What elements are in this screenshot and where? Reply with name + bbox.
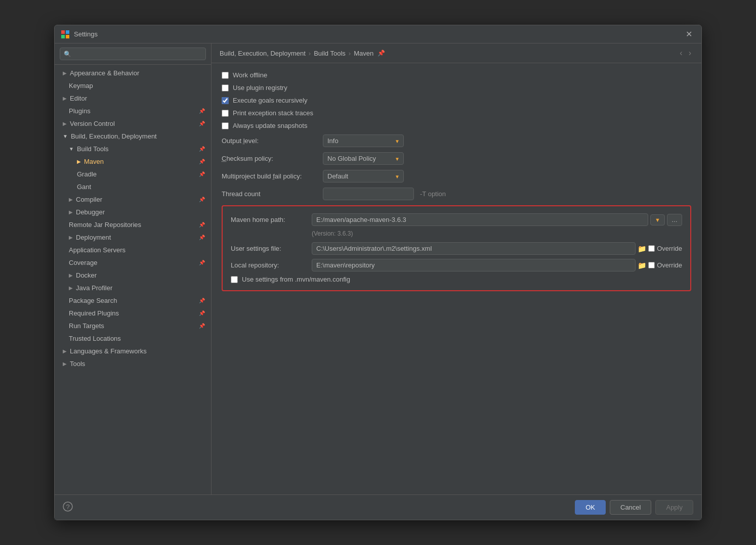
nav-back-button[interactable]: ‹	[678, 48, 684, 59]
multiproject-policy-label: Multiproject build fail policy:	[222, 172, 323, 180]
sidebar-item-remote-jar[interactable]: Remote Jar Repositories 📌	[55, 218, 211, 231]
footer: ? OK Cancel Apply	[55, 494, 701, 520]
arrow-icon: ▶	[63, 361, 67, 367]
use-plugin-registry-checkbox[interactable]	[222, 84, 229, 92]
sidebar-item-version-control[interactable]: ▶ Version Control 📌	[55, 117, 211, 130]
search-wrapper: 🔍	[60, 48, 206, 60]
output-level-row: Output level: Info Debug Warn Error ▼	[222, 134, 691, 147]
sidebar-item-required-plugins[interactable]: Required Plugins 📌	[55, 307, 211, 320]
sidebar-item-run-targets[interactable]: Run Targets 📌	[55, 320, 211, 332]
print-exception-checkbox[interactable]	[222, 110, 229, 117]
footer-buttons: OK Cancel Apply	[575, 500, 693, 515]
apply-button[interactable]: Apply	[655, 500, 693, 515]
sidebar-item-appearance[interactable]: ▶ Appearance & Behavior	[55, 67, 211, 79]
use-mvn-config-label: Use settings from .mvn/maven.config	[242, 276, 350, 283]
pin-icon: 📌	[199, 222, 205, 228]
user-settings-input[interactable]	[312, 242, 636, 255]
local-repo-override-checkbox[interactable]	[648, 262, 655, 268]
breadcrumb-item-1[interactable]: Build, Execution, Deployment	[220, 50, 306, 57]
sidebar-item-compiler[interactable]: ▶ Compiler 📌	[55, 193, 211, 206]
close-button[interactable]: ✕	[683, 28, 695, 40]
multiproject-policy-select[interactable]: Default Fail At End Fail Never	[323, 170, 404, 183]
breadcrumb-item-2[interactable]: Build Tools	[314, 50, 346, 57]
folder-icon: 📁	[638, 261, 646, 269]
arrow-icon: ▶	[63, 70, 67, 76]
local-repo-override-label: Override	[657, 261, 682, 269]
sidebar-item-docker[interactable]: ▶ Docker	[55, 269, 211, 282]
breadcrumb-pin-icon[interactable]: 📌	[377, 50, 385, 57]
arrow-icon: ▶	[69, 197, 73, 202]
cancel-button[interactable]: Cancel	[610, 500, 651, 515]
multiproject-policy-dropdown-container: Default Fail At End Fail Never ▼	[323, 170, 404, 183]
user-settings-override-wrapper: Override	[648, 245, 682, 252]
sidebar-item-gant[interactable]: Gant	[55, 180, 211, 193]
search-input[interactable]	[60, 48, 206, 60]
pin-icon: 📌	[199, 298, 205, 303]
arrow-icon: ▼	[69, 146, 74, 152]
thread-count-input[interactable]	[323, 188, 414, 200]
sidebar-item-app-servers[interactable]: Application Servers	[55, 244, 211, 256]
use-mvn-config-row: Use settings from .mvn/maven.config	[231, 276, 682, 283]
highlighted-section: Maven home path: ▼ … (Version: 3.6.3) Us…	[222, 205, 691, 291]
svg-rect-2	[61, 35, 65, 38]
arrow-icon: ▶	[77, 159, 81, 164]
always-update-label: Always update snapshots	[233, 122, 307, 129]
sidebar-item-trusted-locations[interactable]: Trusted Locations	[55, 332, 211, 345]
sidebar-item-label: Gant	[77, 183, 91, 191]
sidebar-item-coverage[interactable]: Coverage 📌	[55, 256, 211, 269]
sidebar-item-maven[interactable]: ▶ Maven 📌	[55, 155, 211, 168]
pin-icon: 📌	[199, 235, 205, 240]
breadcrumb-item-3[interactable]: Maven	[354, 50, 373, 57]
pin-icon: 📌	[199, 146, 205, 152]
output-level-label: Output level:	[222, 137, 323, 145]
sidebar-item-label: Deployment	[76, 234, 111, 241]
nav-forward-button[interactable]: ›	[687, 48, 693, 59]
execute-goals-checkbox[interactable]	[222, 97, 229, 104]
pin-icon: 📌	[199, 260, 205, 265]
local-repo-input[interactable]	[312, 259, 636, 271]
sidebar-item-plugins[interactable]: Plugins 📌	[55, 105, 211, 117]
thread-count-label: Thread count	[222, 190, 323, 198]
pin-icon: 📌	[199, 171, 205, 177]
sidebar-item-label: Gradle	[77, 170, 97, 178]
local-repo-input-wrapper: 📁 Override	[312, 259, 682, 271]
local-repo-row: Local repository: 📁 Override	[231, 259, 682, 271]
sidebar-item-java-profiler[interactable]: ▶ Java Profiler	[55, 282, 211, 294]
print-exception-row: Print exception stack traces	[222, 109, 691, 117]
sidebar-item-build-exec[interactable]: ▼ Build, Execution, Deployment	[55, 130, 211, 143]
help-button[interactable]: ?	[63, 502, 73, 514]
work-offline-checkbox[interactable]	[222, 72, 229, 79]
arrow-icon: ▶	[63, 121, 67, 126]
sidebar-item-package-search[interactable]: Package Search 📌	[55, 294, 211, 307]
arrow-icon: ▶	[69, 272, 73, 278]
sidebar-item-build-tools[interactable]: ▼ Build Tools 📌	[55, 143, 211, 155]
sidebar-item-label: Version Control	[70, 120, 115, 127]
sidebar-item-label: Debugger	[76, 208, 105, 216]
sidebar-item-label: Editor	[70, 95, 87, 102]
checksum-policy-dropdown-container: No Global Policy Fail Warn Ignore ▼	[323, 152, 404, 165]
execute-goals-row: Execute goals recursively	[222, 97, 691, 104]
ok-button[interactable]: OK	[575, 500, 606, 515]
checksum-policy-select[interactable]: No Global Policy Fail Warn Ignore	[323, 152, 404, 165]
sidebar-item-debugger[interactable]: ▶ Debugger	[55, 206, 211, 218]
sidebar-item-gradle[interactable]: Gradle 📌	[55, 168, 211, 180]
maven-home-input[interactable]	[312, 213, 648, 226]
use-mvn-config-checkbox[interactable]	[231, 276, 238, 283]
pin-icon: 📌	[199, 323, 205, 329]
maven-home-browse-button[interactable]: …	[667, 214, 682, 226]
sidebar-item-editor[interactable]: ▶ Editor	[55, 92, 211, 105]
sidebar-item-keymap[interactable]: Keymap	[55, 79, 211, 92]
checksum-policy-label: Checksum policy:	[222, 155, 323, 162]
arrow-icon: ▶	[63, 96, 67, 101]
sidebar-item-tools[interactable]: ▶ Tools	[55, 357, 211, 370]
maven-home-dropdown-button[interactable]: ▼	[650, 214, 665, 225]
always-update-checkbox[interactable]	[222, 122, 229, 129]
main-content: 🔍 ▶ Appearance & Behavior Keymap ▶ Edito…	[55, 43, 701, 494]
sidebar-item-label: Package Search	[69, 297, 117, 304]
sidebar-item-deployment[interactable]: ▶ Deployment 📌	[55, 231, 211, 244]
window-title: Settings	[74, 30, 683, 38]
user-settings-override-checkbox[interactable]	[648, 245, 655, 252]
output-level-select[interactable]: Info Debug Warn Error	[323, 134, 404, 147]
sidebar-item-languages[interactable]: ▶ Languages & Frameworks	[55, 345, 211, 357]
sidebar-item-label: Docker	[76, 271, 97, 279]
